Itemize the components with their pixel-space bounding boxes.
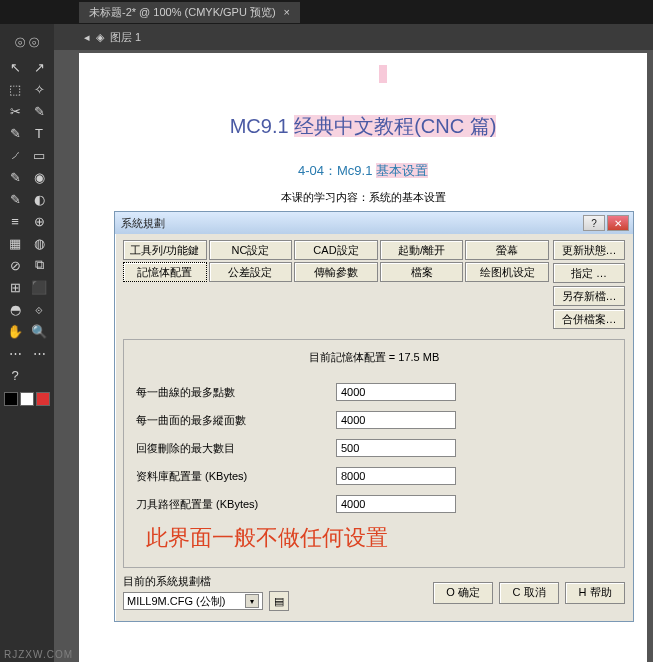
tool-23[interactable]: ⟐ (28, 298, 50, 320)
tool-9[interactable]: ▭ (28, 144, 50, 166)
side-button-3[interactable]: 合併檔案… (553, 309, 625, 329)
field-label-4: 刀具路徑配置量 (KBytes) (136, 497, 336, 512)
tool-15[interactable]: ⊕ (28, 210, 50, 232)
tool-17[interactable]: ◍ (28, 232, 50, 254)
tool-8[interactable]: ⟋ (4, 144, 26, 166)
tool-24[interactable]: ✋ (4, 320, 26, 342)
tool-11[interactable]: ◉ (28, 166, 50, 188)
config-tab-r1-0[interactable]: 工具列/功能鍵 (123, 240, 207, 260)
tool-16[interactable]: ▦ (4, 232, 26, 254)
doc-note: 本课的学习内容：系统的基本设置 (79, 190, 647, 205)
tool-26[interactable]: ⋯ (4, 342, 26, 364)
dialog-titlebar[interactable]: 系統規劃 ? ✕ (115, 212, 633, 234)
config-tab-r2-0[interactable]: 記憶体配置 (123, 262, 207, 282)
config-tab-r2-4[interactable]: 绘图机设定 (465, 262, 549, 282)
swatch-row (4, 392, 50, 406)
config-file-combo[interactable]: MILL9M.CFG (公制) ▾ (123, 592, 263, 610)
chevron-down-icon[interactable]: ▾ (245, 594, 259, 608)
chevron-left-icon[interactable]: ◂ (84, 31, 90, 44)
tool-5[interactable]: ✎ (28, 100, 50, 122)
warning-text: 此界面一般不做任何设置 (146, 523, 612, 553)
side-button-1[interactable]: 指定 … (553, 263, 625, 283)
toolbox: ⦾ ⦾ ↖↗⬚✧✂✎✎T⟋▭✎◉✎◐≡⊕▦◍⊘⧉⊞⬛◓⟐✋🔍⋯⋯? (0, 24, 54, 662)
tool-14[interactable]: ≡ (4, 210, 26, 232)
help-button[interactable]: H 帮助 (565, 582, 625, 604)
document-canvas: MC9.1 经典中文教程(CNC 篇) 4-04：Mc9.1 基本设置 本课的学… (79, 53, 647, 662)
side-button-2[interactable]: 另存新檔… (553, 286, 625, 306)
tool-1[interactable]: ↗ (28, 56, 50, 78)
tool-27[interactable]: ⋯ (28, 342, 50, 364)
tool-handles-icon[interactable]: ⦾ ⦾ (4, 32, 50, 54)
tab-title: 未标题-2* @ 100% (CMYK/GPU 预览) (89, 5, 276, 20)
doc-subtitle: 4-04：Mc9.1 基本设置 (79, 162, 647, 180)
layers-label[interactable]: 图层 1 (110, 30, 141, 45)
dialog-title: 系統規劃 (121, 216, 165, 231)
tool-0[interactable]: ↖ (4, 56, 26, 78)
close-icon[interactable]: ✕ (607, 215, 629, 231)
memory-fieldset: 目前記憶体配置 = 17.5 MB 每一曲線的最多點數每一曲面的最多縱面數回復刪… (123, 339, 625, 568)
config-tab-r2-1[interactable]: 公差設定 (209, 262, 293, 282)
config-tab-r1-2[interactable]: CAD設定 (294, 240, 378, 260)
field-input-4[interactable] (336, 495, 456, 513)
tool-28[interactable]: ? (4, 364, 26, 386)
cancel-button[interactable]: C 取消 (499, 582, 559, 604)
text-cursor-icon (379, 65, 387, 83)
field-label-1: 每一曲面的最多縱面數 (136, 413, 336, 428)
current-config-label: 目前的系統規劃檔 (123, 574, 289, 589)
tool-6[interactable]: ✎ (4, 122, 26, 144)
tool-19[interactable]: ⧉ (28, 254, 50, 276)
memory-status: 目前記憶体配置 = 17.5 MB (136, 350, 612, 365)
tool-25[interactable]: 🔍 (28, 320, 50, 342)
tool-22[interactable]: ◓ (4, 298, 26, 320)
field-input-1[interactable] (336, 411, 456, 429)
field-input-2[interactable] (336, 439, 456, 457)
notepad-icon[interactable]: ▤ (269, 591, 289, 611)
config-tab-r1-4[interactable]: 螢幕 (465, 240, 549, 260)
tool-2[interactable]: ⬚ (4, 78, 26, 100)
field-label-0: 每一曲線的最多點數 (136, 385, 336, 400)
side-button-0[interactable]: 更新狀態… (553, 240, 625, 260)
tool-3[interactable]: ✧ (28, 78, 50, 100)
doc-title: MC9.1 经典中文教程(CNC 篇) (79, 113, 647, 140)
ok-button[interactable]: O 确定 (433, 582, 493, 604)
config-tab-r1-1[interactable]: NC設定 (209, 240, 293, 260)
tool-13[interactable]: ◐ (28, 188, 50, 210)
help-icon[interactable]: ? (583, 215, 605, 231)
field-label-3: 资料庫配置量 (KBytes) (136, 469, 336, 484)
swatch-red[interactable] (36, 392, 50, 406)
field-input-3[interactable] (336, 467, 456, 485)
config-tab-r1-3[interactable]: 起動/離开 (380, 240, 464, 260)
tab-close-icon[interactable]: × (284, 6, 290, 18)
watermark: RJZXW.COM (4, 649, 73, 660)
config-tab-r2-3[interactable]: 檔案 (380, 262, 464, 282)
tool-4[interactable]: ✂ (4, 100, 26, 122)
swatch-black[interactable] (4, 392, 18, 406)
system-config-dialog: 系統規劃 ? ✕ 工具列/功能鍵NC設定CAD設定起動/離开螢幕 記憶体配置公差… (114, 211, 634, 622)
tool-10[interactable]: ✎ (4, 166, 26, 188)
swatch-white[interactable] (20, 392, 34, 406)
tool-21[interactable]: ⬛ (28, 276, 50, 298)
field-input-0[interactable] (336, 383, 456, 401)
layers-bar: ◂ ◈ 图层 1 (54, 24, 653, 50)
config-tab-r2-2[interactable]: 傳輸參數 (294, 262, 378, 282)
tool-12[interactable]: ✎ (4, 188, 26, 210)
combo-value: MILL9M.CFG (公制) (127, 594, 225, 609)
tool-20[interactable]: ⊞ (4, 276, 26, 298)
tool-18[interactable]: ⊘ (4, 254, 26, 276)
document-tab[interactable]: 未标题-2* @ 100% (CMYK/GPU 预览) × (79, 2, 300, 23)
field-label-2: 回復刪除的最大數目 (136, 441, 336, 456)
layers-icon[interactable]: ◈ (96, 31, 104, 44)
tool-7[interactable]: T (28, 122, 50, 144)
